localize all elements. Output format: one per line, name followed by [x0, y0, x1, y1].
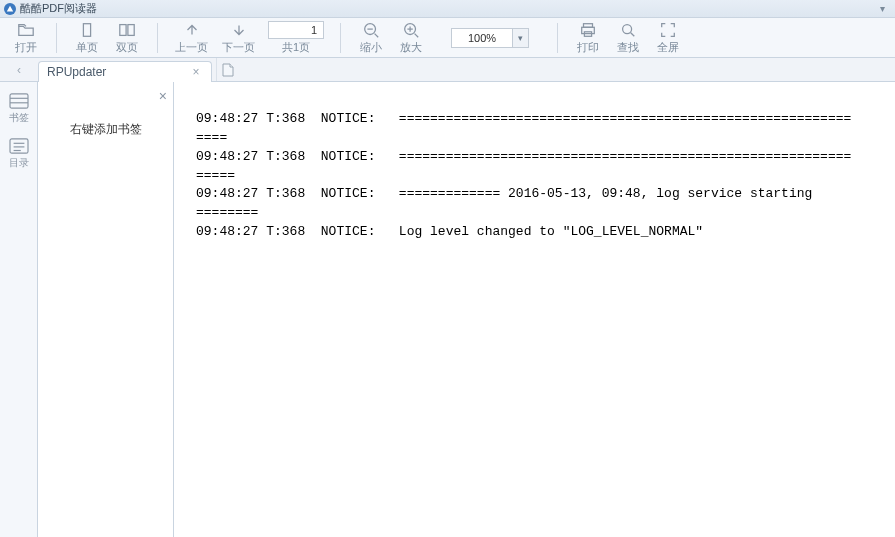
zoom-in-button[interactable]: 放大: [391, 19, 431, 57]
zoom-select[interactable]: 100% ▾: [451, 28, 529, 48]
next-page-button[interactable]: 下一页: [215, 19, 262, 57]
document-line: 09:48:27 T:368 NOTICE: ============= 201…: [196, 186, 820, 201]
double-page-icon: [118, 21, 136, 39]
double-page-button[interactable]: 双页: [107, 19, 147, 57]
zoom-in-icon: [402, 21, 420, 39]
app-menu-dropdown-icon[interactable]: ▾: [874, 3, 891, 14]
toolbar: 打开 单页 双页 上一页 下一页: [0, 18, 895, 58]
fullscreen-icon: [659, 21, 677, 39]
document-line: 09:48:27 T:368 NOTICE: =================…: [196, 111, 851, 126]
tab-close-icon[interactable]: ×: [189, 65, 203, 79]
bookmarks-panel: × 右键添加书签: [38, 82, 174, 537]
document-view[interactable]: 09:48:27 T:368 NOTICE: =================…: [174, 82, 895, 537]
outline-icon: [8, 137, 30, 155]
app-title: 酷酷PDF阅读器: [20, 1, 97, 16]
arrow-down-icon: [230, 21, 248, 39]
chevron-down-icon: ▾: [512, 29, 528, 47]
main-area: 书签 目录 × 右键添加书签 09:48:27 T:368 NOTICE: ==…: [0, 82, 895, 537]
svg-rect-12: [582, 27, 595, 33]
fullscreen-button[interactable]: 全屏: [648, 19, 688, 57]
panel-close-icon[interactable]: ×: [159, 88, 167, 104]
document-line: 09:48:27 T:368 NOTICE: =================…: [196, 149, 851, 164]
svg-marker-0: [7, 5, 13, 11]
tab-scroll-left[interactable]: ‹: [0, 58, 38, 81]
prev-page-button[interactable]: 上一页: [168, 19, 215, 57]
side-rail: 书签 目录: [0, 82, 38, 537]
printer-icon: [579, 21, 597, 39]
svg-line-8: [415, 33, 419, 37]
zoom-out-button[interactable]: 缩小: [351, 19, 391, 57]
bookmark-icon: [8, 92, 30, 110]
arrow-up-icon: [183, 21, 201, 39]
document-line: 09:48:27 T:368 NOTICE: Log level changed…: [196, 224, 703, 239]
svg-rect-16: [10, 94, 28, 108]
search-icon: [619, 21, 637, 39]
zoom-value: 100%: [452, 32, 512, 44]
document-line: ====: [196, 130, 227, 145]
document-line: =====: [196, 168, 235, 183]
svg-line-15: [631, 32, 635, 36]
svg-point-14: [623, 24, 632, 33]
find-button[interactable]: 查找: [608, 19, 648, 57]
app-icon: [4, 3, 16, 15]
svg-rect-3: [128, 24, 134, 35]
tab-document[interactable]: RPUpdater ×: [38, 61, 212, 82]
page-number-input[interactable]: [268, 21, 324, 39]
open-button[interactable]: 打开: [6, 19, 46, 57]
print-button[interactable]: 打印: [568, 19, 608, 57]
single-page-button[interactable]: 单页: [67, 19, 107, 57]
tab-strip: ‹ RPUpdater ×: [0, 58, 895, 82]
folder-open-icon: [17, 21, 35, 39]
page-total-label: 共1页: [282, 40, 310, 55]
bookmark-hint[interactable]: 右键添加书签: [38, 116, 173, 142]
single-page-icon: [78, 21, 96, 39]
svg-rect-2: [120, 24, 126, 35]
tab-label: RPUpdater: [47, 65, 183, 79]
svg-line-5: [375, 33, 379, 37]
bookmarks-rail-button[interactable]: 书签: [0, 92, 37, 125]
new-tab-button[interactable]: [216, 58, 238, 81]
outline-rail-button[interactable]: 目录: [0, 137, 37, 170]
zoom-out-icon: [362, 21, 380, 39]
document-line: ========: [196, 205, 258, 220]
svg-rect-1: [83, 23, 90, 36]
title-bar: 酷酷PDF阅读器 ▾: [0, 0, 895, 18]
